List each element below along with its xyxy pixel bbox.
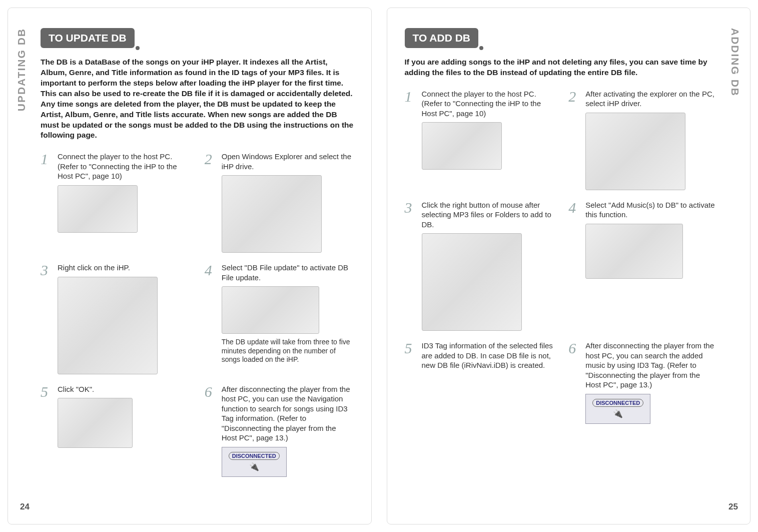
step-6: 6 After disconnecting the player from th… xyxy=(568,341,717,424)
step-note: The DB update will take from three to fi… xyxy=(222,338,354,364)
step-2: 2 After activating the explorer on the P… xyxy=(568,89,717,190)
progress-dialog-screenshot xyxy=(222,286,319,334)
steps-grid-left: 1 Connect the player to the host PC. (Re… xyxy=(41,152,354,477)
step-text: Connect the player to the host PC. (Refe… xyxy=(422,89,554,119)
step-number: 1 xyxy=(41,152,53,253)
step-2: 2 Open Windows Explorer and select the i… xyxy=(205,152,354,253)
step-text: After disconnecting the player from the … xyxy=(585,341,717,390)
usb-icon: 🔌 xyxy=(249,462,259,471)
heading-add-db: TO ADD DB xyxy=(405,28,479,48)
step-text: Right click on the iHP. xyxy=(58,263,190,273)
step-number: 4 xyxy=(568,200,580,331)
disconnected-label: DISCONNECTED xyxy=(592,399,643,407)
step-number: 3 xyxy=(405,200,417,331)
step-number: 2 xyxy=(205,152,217,253)
step-text: Click the right button of mouse after se… xyxy=(422,200,554,230)
device-illustration xyxy=(58,185,138,233)
explorer-screenshot xyxy=(585,113,685,190)
step-number: 6 xyxy=(205,384,217,477)
step-4: 4 Select "DB File update" to activate DB… xyxy=(205,263,354,374)
intro-text-right: If you are adding songs to the iHP and n… xyxy=(405,57,718,78)
disconnected-label: DISCONNECTED xyxy=(229,452,280,460)
intro-text-left: The DB is a DataBase of the songs on you… xyxy=(41,57,354,141)
device-illustration xyxy=(422,122,502,170)
side-label-right: ADDING DB xyxy=(729,28,741,97)
heading-update-db: TO UPDATE DB xyxy=(41,28,135,48)
step-number: 4 xyxy=(205,263,217,374)
step-1: 1 Connect the player to the host PC. (Re… xyxy=(41,152,190,253)
step-text: ID3 Tag information of the selected file… xyxy=(422,341,554,370)
step-6: 6 After disconnecting the player from th… xyxy=(205,384,354,477)
usb-icon: 🔌 xyxy=(613,409,623,418)
ok-dialog-screenshot xyxy=(58,398,133,448)
step-number: 5 xyxy=(41,384,53,477)
side-label-left: UPDATING DB xyxy=(16,28,28,111)
step-text: Connect the player to the host PC. (Refe… xyxy=(58,152,190,181)
page-number-right: 25 xyxy=(728,502,738,512)
step-text: Click "OK". xyxy=(58,384,190,394)
step-number: 5 xyxy=(405,341,417,424)
step-3: 3 Right click on the iHP. xyxy=(41,263,190,374)
step-text: Select "DB File update" to activate DB F… xyxy=(222,263,354,282)
context-menu-screenshot xyxy=(422,233,522,331)
disconnected-badge: DISCONNECTED 🔌 xyxy=(222,447,287,477)
step-4: 4 Select "Add Music(s) to DB" to activat… xyxy=(568,200,717,331)
page-number-left: 24 xyxy=(20,502,30,512)
page-left: UPDATING DB TO UPDATE DB The DB is a Dat… xyxy=(8,8,372,524)
step-text: Select "Add Music(s) to DB" to activate … xyxy=(585,200,717,220)
step-3: 3 Click the right button of mouse after … xyxy=(405,200,554,331)
step-text: Open Windows Explorer and select the iHP… xyxy=(222,152,354,171)
heading-text: TO UPDATE DB xyxy=(49,32,127,44)
step-text: After disconnecting the player from the … xyxy=(222,384,354,443)
step-number: 1 xyxy=(405,89,417,190)
context-menu-screenshot xyxy=(58,277,158,374)
step-5: 5 Click "OK". xyxy=(41,384,190,477)
page-right: ADDING DB TO ADD DB If you are adding so… xyxy=(387,8,751,524)
step-number: 3 xyxy=(41,263,53,374)
disconnected-badge: DISCONNECTED 🔌 xyxy=(585,394,650,424)
steps-grid-right: 1 Connect the player to the host PC. (Re… xyxy=(405,89,718,424)
heading-dot-icon xyxy=(479,46,483,50)
heading-dot-icon xyxy=(136,46,140,50)
step-number: 2 xyxy=(568,89,580,190)
step-5: 5 ID3 Tag information of the selected fi… xyxy=(405,341,554,424)
add-music-dialog-screenshot xyxy=(585,224,683,279)
heading-text: TO ADD DB xyxy=(413,32,471,44)
step-text: After activating the explorer on the PC,… xyxy=(585,89,717,109)
step-number: 6 xyxy=(568,341,580,424)
explorer-screenshot xyxy=(222,175,322,253)
step-1: 1 Connect the player to the host PC. (Re… xyxy=(405,89,554,190)
